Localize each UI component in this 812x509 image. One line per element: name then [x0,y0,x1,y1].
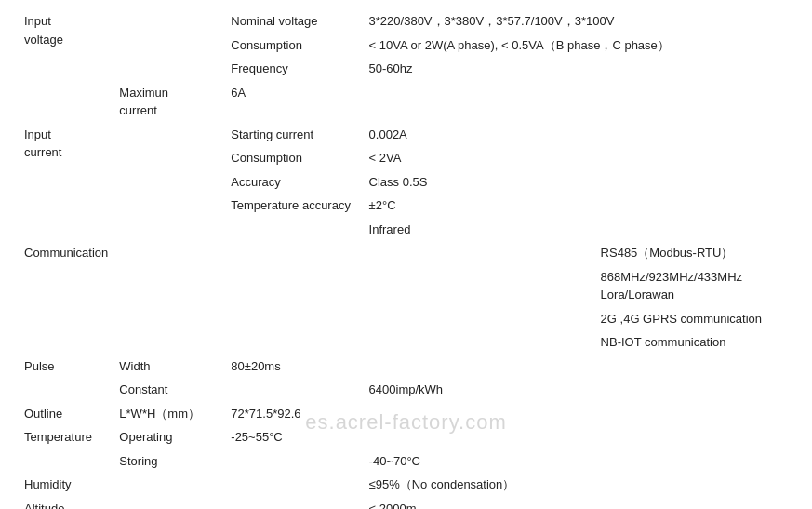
cell-input-voltage-label: Inputvoltage [19,9,113,81]
table-row: Infrared [19,218,793,242]
table-row: Temperature Operating -25~55°C [19,425,793,449]
table-row: Consumption < 2VA [19,146,793,170]
cell-empty [595,378,793,402]
cell-empty [225,330,363,355]
cell-empty [225,497,363,510]
cell-empty [595,449,793,474]
table-row: Altitude < 2000m [19,497,793,510]
cell-lwh-label: L*W*H（mm） [113,402,225,426]
cell-input-current-label: Inputcurrent [19,123,113,218]
cell-consumption2-value: < 2VA [364,146,793,170]
cell-empty [113,57,225,81]
cell-empty [364,265,595,307]
cell-starting-current-value: 0.002A [364,123,793,147]
cell-lora-value: 868MHz/923MHz/433MHz Lora/Lorawan [595,265,793,307]
cell-empty [113,9,225,33]
cell-empty [113,241,225,265]
cell-accuracy-value: Class 0.5S [364,170,793,194]
cell-empty [595,425,793,449]
cell-empty [364,355,595,379]
table-row: 868MHz/923MHz/433MHz Lora/Lorawan [19,265,793,307]
cell-frequency-value: 50-60hz [364,57,793,81]
cell-humidity-label: Humidity [19,473,113,497]
table-row: Maximuncurrent 6A [19,81,793,123]
table-row: Consumption < 10VA or 2W(A phase), < 0.5… [19,33,793,58]
table-row: Frequency 50-60hz [19,57,793,81]
cell-empty [113,265,225,307]
cell-empty [113,473,225,497]
cell-width-label: Width [113,355,225,379]
table-row: Constant 6400imp/kWh [19,378,793,402]
cell-nominal-voltage-label: Nominal voltage [225,9,363,33]
cell-empty [364,241,595,265]
cell-rs485-value: RS485（Modbus-RTU） [595,241,793,265]
cell-empty [225,473,363,497]
table-row: NB-IOT communication [19,330,793,355]
table-row: Outline L*W*H（mm） 72*71.5*92.6 [19,402,793,426]
cell-empty [364,81,793,123]
cell-constant-value: 6400imp/kWh [364,378,595,402]
cell-empty [113,33,225,58]
cell-max-current-value: 6A [225,81,363,123]
cell-empty [113,218,225,242]
cell-empty [364,330,595,355]
table-row: Communication RS485（Modbus-RTU） [19,241,793,265]
cell-empty [364,307,595,331]
cell-max-current-label: Maximuncurrent [113,81,225,123]
cell-empty [595,402,793,426]
table-row: Inputvoltage Nominal voltage 3*220/380V，… [19,9,793,33]
cell-empty [113,307,225,331]
table-row: Accuracy Class 0.5S [19,170,793,194]
cell-gprs-value: 2G ,4G GPRS communication [595,307,793,331]
table-row: Pulse Width 80±20ms [19,355,793,379]
cell-empty [595,355,793,379]
cell-constant-label: Constant [113,378,225,402]
cell-nominal-voltage-value: 3*220/380V，3*380V，3*57.7/100V，3*100V [364,9,793,33]
cell-infrared-value: Infrared [364,218,595,242]
cell-empty [225,265,363,307]
cell-empty [364,425,595,449]
table-row: Humidity ≤95%（No condensation） [19,473,793,497]
cell-communication-label: Communication [19,241,113,355]
cell-empty [225,218,363,242]
table-row: Inputcurrent Starting current 0.002A [19,123,793,147]
cell-temp-accuracy-value: ±2°C [364,194,793,218]
cell-humidity-value: ≤95%（No condensation） [364,473,793,497]
cell-empty [225,307,363,331]
cell-pulse-label: Pulse [19,355,113,402]
cell-frequency-label: Frequency [225,57,363,81]
cell-storing-label: Storing [113,449,225,474]
cell-empty [19,81,113,123]
cell-empty [225,241,363,265]
table-row: Storing -40~70°C [19,449,793,474]
cell-consumption-label: Consumption [225,33,363,58]
cell-operating-label: Operating [113,425,225,449]
cell-consumption-value: < 10VA or 2W(A phase), < 0.5VA（B phase，C… [364,33,793,58]
cell-empty [364,402,595,426]
cell-outline-label: Outline [19,402,113,426]
cell-temperature-label: Temperature [19,425,113,473]
cell-consumption2-label: Consumption [225,146,363,170]
cell-empty [113,194,225,218]
cell-altitude-value: < 2000m [364,497,793,510]
cell-width-value: 80±20ms [225,355,363,379]
table-row: 2G ,4G GPRS communication [19,307,793,331]
cell-temp-accuracy-label: Temperature accuracy [225,194,363,218]
cell-altitude-label: Altitude [19,497,113,510]
cell-empty [595,218,793,242]
cell-empty [113,170,225,194]
cell-empty [225,378,363,402]
cell-empty [225,449,363,474]
cell-empty [113,146,225,170]
cell-storing-value: -40~70°C [364,449,595,474]
cell-empty [113,330,225,355]
cell-empty [113,123,225,147]
cell-accuracy-label: Accuracy [225,170,363,194]
table-row: Temperature accuracy ±2°C [19,194,793,218]
cell-starting-current-label: Starting current [225,123,363,147]
cell-lwh-value: 72*71.5*92.6 [225,402,363,426]
cell-empty [19,218,113,242]
cell-empty [113,497,225,510]
cell-nbiot-value: NB-IOT communication [595,330,793,355]
cell-operating-value: -25~55°C [225,425,363,449]
